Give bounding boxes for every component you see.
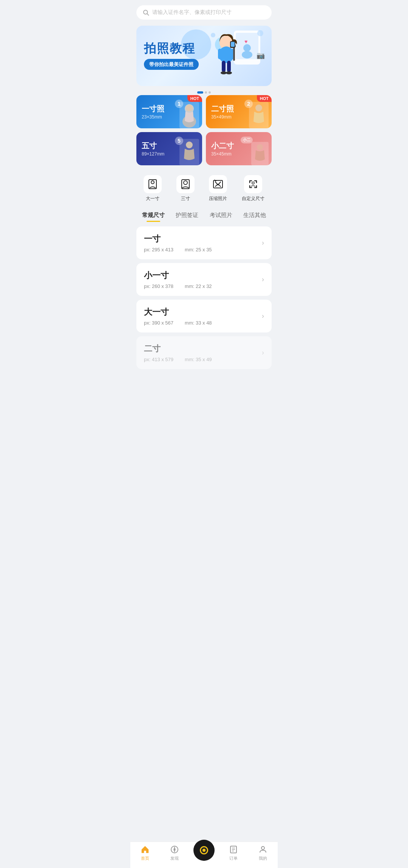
icon-item-custom[interactable]: 自定义尺寸 — [242, 175, 264, 202]
icon-label-3cun: 三寸 — [181, 195, 190, 202]
svg-point-17 — [221, 71, 227, 74]
custom-icon — [248, 179, 258, 189]
svg-point-27 — [255, 105, 262, 111]
banner-text: 拍照教程 带你拍出最美证件照 — [136, 34, 206, 77]
camera-lens-inner — [202, 849, 206, 852]
girl-svg: ♥ — [204, 28, 268, 86]
svg-point-25 — [186, 105, 193, 111]
svg-point-29 — [186, 142, 193, 148]
size-card-1cun[interactable]: 一寸 px: 295 x 413 mm: 25 x 35 › — [136, 226, 272, 259]
size-1cun-px: px: 295 x 413 — [144, 247, 173, 252]
size-partial-px: px: 413 x 579 — [144, 357, 173, 362]
svg-point-33 — [151, 181, 154, 184]
search-bar: 请输入证件名字、像素或打印尺寸 — [130, 0, 278, 23]
nav-camera[interactable] — [189, 846, 219, 861]
chevron-1cun: › — [262, 239, 264, 247]
size-card-1cun-info: 一寸 px: 295 x 413 mm: 25 x 35 — [144, 233, 262, 252]
photo-card-xiao2[interactable]: 小二 小二寸 35×45mm — [206, 132, 272, 165]
icon-item-3cun[interactable]: 三寸 — [176, 175, 195, 202]
banner-subtitle: 带你拍出最美证件照 — [149, 62, 193, 67]
svg-point-45 — [261, 846, 264, 850]
svg-rect-16 — [227, 61, 231, 72]
dot-3 — [209, 91, 211, 94]
photo-card-2cun[interactable]: HOT 2 二寸照 35×49mm — [206, 95, 272, 128]
size-1cun-name: 一寸 — [144, 233, 262, 245]
size-xiao1cun-px: px: 260 x 378 — [144, 283, 173, 289]
icon-box-big1cun — [144, 175, 162, 193]
category-tabs: 常规尺寸 护照签证 考试照片 生活其他 — [136, 209, 272, 222]
svg-point-19 — [211, 33, 215, 37]
svg-text:♥: ♥ — [244, 38, 247, 45]
3cun-icon — [180, 179, 191, 189]
hot-badge-2: HOT — [257, 95, 272, 102]
home-icon — [141, 845, 150, 854]
nav-discover-label: 发现 — [170, 856, 179, 861]
tab-exam[interactable]: 考试照片 — [204, 209, 238, 222]
banner[interactable]: 拍照教程 带你拍出最美证件照 ♥ — [136, 26, 272, 86]
svg-rect-15 — [222, 61, 226, 72]
size-1cun-mm: mm: 25 x 35 — [185, 247, 212, 252]
icon-item-compress[interactable]: 压缩照片 — [209, 175, 227, 202]
photo-card-5cun[interactable]: 5 五寸 89×127mm — [136, 132, 202, 165]
icon-box-compress — [209, 175, 227, 193]
search-input-wrap[interactable]: 请输入证件名字、像素或打印尺寸 — [136, 5, 272, 20]
card3-thumbnail — [179, 139, 199, 165]
icon-item-big1cun[interactable]: 大一寸 — [144, 175, 162, 202]
size-card-partial[interactable]: 二寸 px: 413 x 579 mm: 35 x 49 › — [136, 336, 272, 369]
size-card-da1cun-info: 大一寸 px: 390 x 567 mm: 33 x 48 — [144, 306, 262, 326]
photo-card-1cun[interactable]: HOT 1 一寸照 23×35mm — [136, 95, 202, 128]
bottom-nav: 首页 发现 订单 我的 — [130, 842, 278, 868]
big1cun-icon — [147, 179, 158, 189]
orders-icon — [229, 845, 238, 854]
svg-rect-9 — [218, 49, 222, 59]
svg-line-1 — [147, 14, 148, 15]
size-partial-details: px: 413 x 579 mm: 35 x 49 — [144, 357, 262, 362]
size-partial-mm: mm: 35 x 49 — [185, 357, 212, 362]
size-da1cun-name: 大一寸 — [144, 306, 262, 318]
banner-subtitle-wrap: 带你拍出最美证件照 — [144, 59, 199, 70]
nav-mine[interactable]: 我的 — [248, 845, 278, 861]
camera-lens — [200, 846, 208, 854]
chevron-partial: › — [262, 349, 264, 357]
svg-point-35 — [184, 181, 187, 185]
dot-1 — [197, 91, 203, 94]
size-card-xiao1cun-info: 小一寸 px: 260 x 378 mm: 22 x 32 — [144, 270, 262, 289]
chevron-da1cun: › — [262, 312, 264, 320]
icons-row: 大一寸 三寸 压缩照片 — [136, 171, 272, 206]
dot-2 — [205, 91, 207, 94]
card4-thumbnail — [251, 142, 269, 165]
icon-label-big1cun: 大一寸 — [146, 195, 159, 202]
camera-button[interactable] — [193, 840, 215, 861]
size-list: 一寸 px: 295 x 413 mm: 25 x 35 › 小一寸 px: 2… — [130, 226, 278, 371]
svg-text:📷: 📷 — [257, 51, 265, 60]
size-card-da1cun[interactable]: 大一寸 px: 390 x 567 mm: 33 x 48 › — [136, 300, 272, 332]
svg-rect-14 — [231, 42, 235, 47]
search-placeholder: 请输入证件名字、像素或打印尺寸 — [152, 9, 232, 16]
icon-label-custom: 自定义尺寸 — [242, 195, 264, 202]
nav-orders[interactable]: 订单 — [219, 845, 248, 861]
banner-dots — [130, 91, 278, 94]
size-da1cun-details: px: 390 x 567 mm: 33 x 48 — [144, 320, 262, 326]
icon-box-custom — [244, 175, 262, 193]
svg-point-6 — [242, 51, 252, 58]
tab-life[interactable]: 生活其他 — [238, 209, 272, 222]
nav-home-label: 首页 — [141, 856, 149, 861]
photo-grid: HOT 1 一寸照 23×35mm HOT 2 二寸照 35×49mm — [136, 95, 272, 165]
size-xiao1cun-mm: mm: 22 x 32 — [185, 283, 212, 289]
svg-point-20 — [257, 30, 263, 36]
tab-standard[interactable]: 常规尺寸 — [136, 209, 170, 222]
size-da1cun-mm: mm: 33 x 48 — [185, 320, 212, 326]
banner-title: 拍照教程 — [144, 42, 199, 55]
compass-icon — [170, 845, 179, 854]
size-xiao1cun-details: px: 260 x 378 mm: 22 x 32 — [144, 283, 262, 289]
size-card-xiao1cun[interactable]: 小一寸 px: 260 x 378 mm: 22 x 32 › — [136, 263, 272, 296]
tab-passport[interactable]: 护照签证 — [170, 209, 204, 222]
nav-home[interactable]: 首页 — [130, 845, 160, 861]
hot-badge-1: HOT — [187, 95, 202, 102]
person-icon — [258, 845, 267, 854]
icon-box-3cun — [176, 175, 195, 193]
nav-discover[interactable]: 发现 — [160, 845, 189, 861]
card2-thumbnail — [249, 102, 269, 128]
search-icon — [142, 9, 149, 16]
svg-point-37 — [252, 182, 254, 184]
